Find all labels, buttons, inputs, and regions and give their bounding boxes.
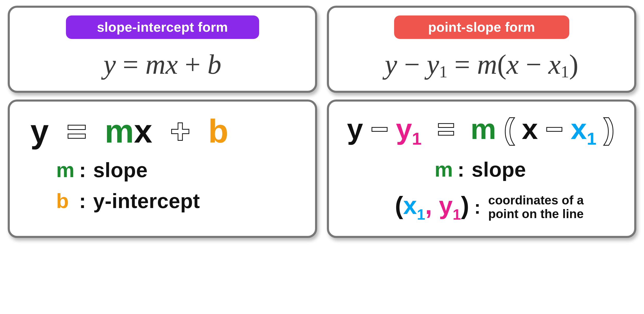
equation-point-slope-colored: y − y1 = m ( x − x1 )	[347, 114, 624, 148]
point-expression: (x1, y1)	[395, 191, 469, 223]
equation-point-slope-serif: y − y1 = m(x − x1)	[339, 50, 624, 80]
point-description: coordinates of a point on the line	[488, 194, 584, 221]
card-slope-intercept-header: slope-intercept form y = mx + b	[8, 6, 317, 93]
card-slope-intercept-detail: y = mx + b m : slope b : y-intercept	[8, 100, 317, 238]
legend-slope-intercept: m : slope b : y-intercept	[28, 158, 305, 213]
legend-point-slope: m : slope (x1, y1) : coordinates of a po…	[347, 158, 624, 223]
legend-m: m : slope	[56, 158, 305, 182]
legend-b: b : y-intercept	[56, 189, 305, 213]
badge-point-slope: point-slope form	[394, 15, 569, 39]
legend-point: (x1, y1) : coordinates of a point on the…	[355, 191, 624, 223]
card-point-slope-header: point-slope form y − y1 = m(x − x1)	[327, 6, 636, 93]
badge-slope-intercept: slope-intercept form	[66, 15, 259, 39]
legend-m-right: m : slope	[355, 158, 624, 181]
card-point-slope-detail: y − y1 = m ( x − x1 ) m : slope (x1, y1)…	[327, 100, 636, 238]
top-row: slope-intercept form y = mx + b point-sl…	[8, 6, 636, 93]
equation-slope-intercept-colored: y = mx + b	[30, 114, 305, 148]
equation-slope-intercept-serif: y = mx + b	[20, 50, 305, 79]
bottom-row: y = mx + b m : slope b : y-intercept y −…	[8, 100, 636, 238]
